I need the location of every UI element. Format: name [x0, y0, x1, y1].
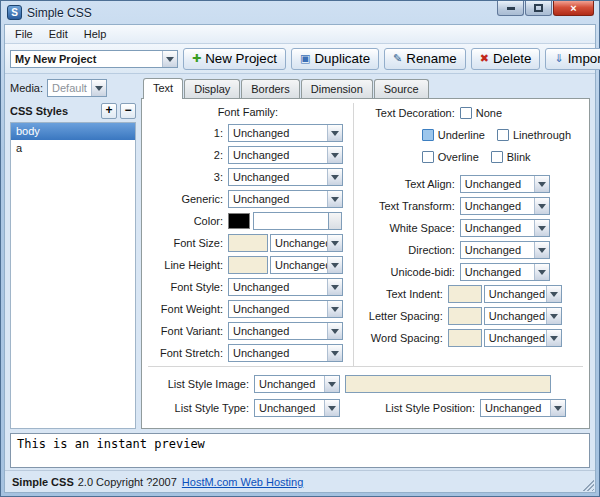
font-weight-value: Unchanged — [229, 303, 327, 315]
line-height-unit-select[interactable]: Unchanged — [270, 256, 343, 274]
text-tab-panel: Font Family: 1: Unchanged 2: — [141, 98, 590, 429]
tab-source[interactable]: Source — [374, 79, 429, 98]
font-weight-select[interactable]: Unchanged — [228, 300, 343, 318]
decoration-overline-option[interactable]: Overline — [422, 151, 479, 163]
text-properties-column: Text Decoration: None Underline — [354, 103, 583, 366]
media-select[interactable]: Default — [47, 79, 107, 97]
underline-checkbox[interactable] — [422, 129, 434, 141]
list-style-image-row: List Style Image: Unchanged — [150, 374, 581, 394]
close-button[interactable]: × — [553, 1, 594, 16]
chevron-down-icon — [546, 308, 561, 324]
font-variant-select[interactable]: Unchanged — [228, 322, 343, 340]
font-family-2-select[interactable]: Unchanged — [228, 146, 343, 164]
word-spacing-unit-value: Unchanged — [485, 332, 546, 344]
chevron-down-icon — [327, 191, 342, 207]
menu-edit[interactable]: Edit — [41, 26, 76, 42]
list-style-image-value: Unchanged — [255, 378, 324, 390]
line-height-unit-value: Unchanged — [271, 259, 327, 271]
minimize-button[interactable] — [497, 1, 524, 16]
title-bar[interactable]: S Simple CSS × — [1, 1, 599, 24]
font-variant-row: Font Variant: Unchanged — [148, 321, 348, 340]
tab-text[interactable]: Text — [143, 78, 183, 99]
list-style-position-select[interactable]: Unchanged — [480, 399, 566, 417]
text-transform-select[interactable]: Unchanged — [460, 197, 550, 215]
import-css-button[interactable]: ⇓ Import CSS — [545, 48, 600, 70]
word-spacing-input[interactable] — [448, 329, 482, 347]
list-item[interactable]: body — [11, 123, 135, 140]
list-style-image-select[interactable]: Unchanged — [254, 375, 340, 393]
decoration-linethrough-option[interactable]: Linethrough — [497, 129, 571, 141]
font-size-row: Font Size: Unchanged — [148, 233, 348, 252]
status-copyright: 2.0 Copyright ?2007 — [78, 476, 177, 488]
white-space-value: Unchanged — [461, 222, 534, 234]
add-style-button[interactable]: + — [101, 103, 117, 119]
overline-checkbox[interactable] — [422, 151, 434, 163]
list-style-image-path-input[interactable] — [345, 375, 551, 393]
font-color-picker-button[interactable] — [329, 212, 342, 230]
text-indent-unit-select[interactable]: Unchanged — [484, 285, 562, 303]
import-icon: ⇓ — [554, 53, 563, 64]
font-color-row: Color: — [148, 211, 348, 230]
tab-display[interactable]: Display — [184, 79, 240, 98]
font-generic-select[interactable]: Unchanged — [228, 190, 343, 208]
project-select[interactable]: My New Project — [10, 50, 178, 68]
white-space-select[interactable]: Unchanged — [460, 219, 550, 237]
linethrough-checkbox[interactable] — [497, 129, 509, 141]
hostm-link[interactable]: HostM.com Web Hosting — [182, 476, 303, 488]
remove-style-button[interactable]: − — [120, 103, 136, 119]
resize-grip[interactable] — [581, 478, 594, 491]
font-size-unit-value: Unchanged — [271, 237, 327, 249]
line-height-input[interactable] — [228, 256, 268, 274]
font-style-select[interactable]: Unchanged — [228, 278, 343, 296]
font-size-unit-select[interactable]: Unchanged — [270, 234, 343, 252]
minimize-icon — [507, 7, 515, 10]
letter-spacing-unit-select[interactable]: Unchanged — [484, 307, 562, 325]
word-spacing-unit-select[interactable]: Unchanged — [484, 329, 562, 347]
font-size-input[interactable] — [228, 234, 268, 252]
font-family-row-1: 1: Unchanged — [148, 123, 348, 142]
unicode-bidi-select[interactable]: Unchanged — [460, 263, 550, 281]
text-indent-input[interactable] — [448, 285, 482, 303]
overline-label: Overline — [438, 151, 479, 163]
none-checkbox[interactable] — [460, 107, 472, 119]
rename-button[interactable]: ✎ Rename — [384, 48, 466, 70]
text-indent-label: Text Indent: — [360, 288, 448, 300]
tab-borders[interactable]: Borders — [241, 79, 300, 98]
list-style-type-select[interactable]: Unchanged — [254, 399, 340, 417]
word-spacing-row: Word Spacing: Unchanged — [360, 328, 583, 347]
none-label: None — [476, 107, 502, 119]
direction-select[interactable]: Unchanged — [460, 241, 550, 259]
font-color-input[interactable] — [253, 212, 329, 230]
chevron-down-icon — [534, 242, 549, 258]
font-color-swatch[interactable] — [228, 213, 250, 229]
text-align-value: Unchanged — [461, 178, 534, 190]
menu-file[interactable]: File — [7, 26, 41, 42]
letter-spacing-input[interactable] — [448, 307, 482, 325]
font-family-1-select[interactable]: Unchanged — [228, 124, 343, 142]
list-item[interactable]: a — [11, 140, 135, 157]
duplicate-button[interactable]: ▣ Duplicate — [291, 48, 379, 70]
decoration-blink-option[interactable]: Blink — [491, 151, 531, 163]
text-transform-label: Text Transform: — [360, 200, 460, 212]
font-family-3-select[interactable]: Unchanged — [228, 168, 343, 186]
close-icon: × — [570, 3, 576, 14]
font-stretch-select[interactable]: Unchanged — [228, 344, 343, 362]
new-project-button[interactable]: ✚ New Project — [183, 48, 286, 70]
panel-body: Font Family: 1: Unchanged 2: — [148, 103, 583, 366]
font-generic-value: Unchanged — [229, 193, 327, 205]
decoration-row-2: Overline Blink — [422, 147, 583, 166]
maximize-button[interactable] — [525, 1, 552, 16]
menu-help[interactable]: Help — [76, 26, 115, 42]
decoration-none-option[interactable]: None — [460, 107, 502, 119]
blink-checkbox[interactable] — [491, 151, 503, 163]
text-align-select[interactable]: Unchanged — [460, 175, 550, 193]
new-project-label: New Project — [205, 51, 277, 66]
tab-dimension[interactable]: Dimension — [301, 79, 373, 98]
line-height-row: Line Height: Unchanged — [148, 255, 348, 274]
text-transform-value: Unchanged — [461, 200, 534, 212]
chevron-down-icon — [327, 279, 342, 295]
app-icon: S — [7, 5, 22, 20]
delete-button[interactable]: ✖ Delete — [471, 48, 541, 70]
decoration-underline-option[interactable]: Underline — [422, 129, 485, 141]
chevron-down-icon — [162, 51, 177, 67]
